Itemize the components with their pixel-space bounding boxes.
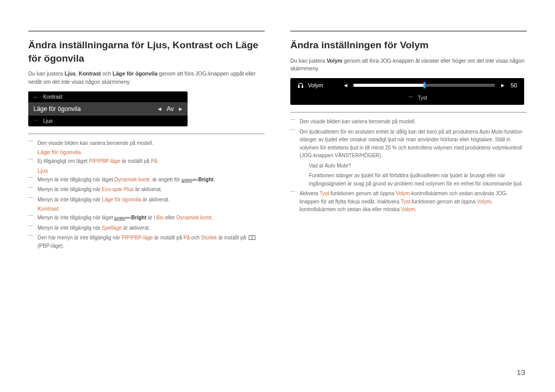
note-ljus-2: Menyn är inte tillgänglig när Eco-spar P… <box>28 185 265 194</box>
osd-mid-label: Läge för ögonvila <box>33 105 81 113</box>
osd-mute-label: Tyst <box>418 95 427 101</box>
triangle-left-icon: ◀ <box>344 83 347 88</box>
triangle-right-icon: ▶ <box>179 106 182 111</box>
osd-volume: Volym ◀ ▶ 50 ﹀ Tyst <box>290 78 524 105</box>
note-model-vary-right: Den visade bilden kan variera beroende p… <box>290 118 527 126</box>
note-automute-q: Vad är Auto Mute? <box>300 162 527 170</box>
heading-left: Ändra inställningarna för Ljus, Kontrast… <box>28 39 265 65</box>
pbp-icon <box>249 235 255 240</box>
note-automute: Om ljudkvaliteten för en ansluten enhet … <box>290 128 527 160</box>
subhead-eye: Läge för ögonvila <box>38 149 265 155</box>
note-kon-1: Menyn är inte tillgänglig när läget SAMS… <box>28 214 265 222</box>
osd-mid-value: Av <box>166 105 174 113</box>
osd-top-label: Kontrast <box>43 94 62 100</box>
osd-volume-label: Volym <box>308 82 323 88</box>
svg-rect-1 <box>302 86 303 88</box>
rule-thin-left <box>28 134 265 134</box>
note-kon-2: Menyn är inte tillgänglig när Spelläge ä… <box>28 224 265 232</box>
rule-top-left <box>28 31 265 31</box>
slider-thumb <box>423 82 425 88</box>
triangle-left-icon: ◀ <box>158 106 161 111</box>
svg-rect-0 <box>299 86 300 88</box>
volume-slider: ◀ ▶ <box>344 83 505 88</box>
right-column: Ändra inställningen för Volym Du kan jus… <box>290 31 527 252</box>
slider-track <box>354 84 495 87</box>
chevron-down-icon: ﹀ <box>409 94 414 101</box>
osd-volume-value: 50 <box>505 82 517 88</box>
osd-eye-saver: ︿ Kontrast Läge för ögonvila ◀ Av ▶ ﹀ Lj… <box>28 91 188 126</box>
page-number: 13 <box>516 368 525 377</box>
subhead-kontrast: Kontrast <box>38 206 265 212</box>
osd-row-mid: Läge för ögonvila ◀ Av ▶ <box>28 102 188 116</box>
intro-left: Du kan justera Ljus, Kontrast och Läge f… <box>28 70 265 86</box>
headphone-icon <box>298 82 304 88</box>
subhead-ljus: Ljus <box>38 167 265 174</box>
osd-row-bottom: ﹀ Ljus <box>28 116 188 126</box>
osd-bottom-label: Ljus <box>43 118 52 124</box>
left-column: Ändra inställningarna för Ljus, Kontrast… <box>28 31 265 252</box>
note-mute-activate: Aktivera Tyst-funktionen genom att öppna… <box>290 190 527 214</box>
intro-right: Du kan justera Volym genom att föra JOG-… <box>290 57 527 73</box>
note-model-vary-left: Den visade bilden kan variera beroende p… <box>28 139 265 147</box>
osd-row-top: ︿ Kontrast <box>28 91 188 102</box>
rule-thin-right <box>290 112 527 113</box>
note-ljus-3: Menyn är inte tillgänglig när Läge för ö… <box>28 196 265 204</box>
samsung-magic-icon: SAMSUNGMAGIC <box>181 179 198 183</box>
samsung-magic-icon: SAMSUNGMAGIC <box>115 217 132 221</box>
note-eye-1: Ej tillgängligt om läget PIP/PBP-läge är… <box>28 157 265 165</box>
triangle-right-icon: ▶ <box>501 83 505 88</box>
chevron-up-icon: ︿ <box>33 94 38 100</box>
rule-top-right <box>290 31 527 31</box>
heading-right: Ändra inställningen för Volym <box>290 39 527 52</box>
note-ljus-1: Menyn är inte tillgänglig när läget Dyna… <box>28 176 265 184</box>
chevron-down-icon: ﹀ <box>33 118 38 124</box>
note-automute-ans: Funktionen stänger av ljudet för att för… <box>290 172 527 188</box>
note-kon-3: Den här menyn är inte tillgänglig när PI… <box>28 234 265 250</box>
